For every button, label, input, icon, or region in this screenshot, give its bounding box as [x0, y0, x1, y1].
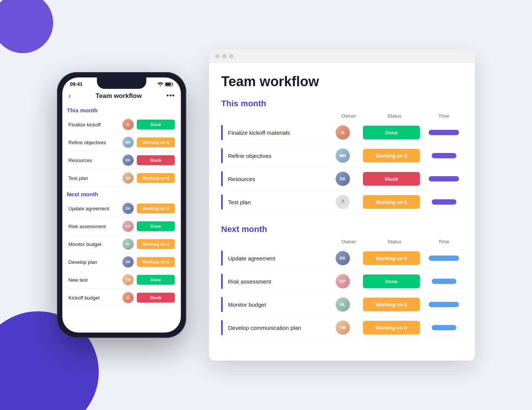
main-container: 09:41	[0, 0, 532, 410]
svg-rect-3	[166, 83, 171, 85]
row-label: Resources	[228, 176, 255, 182]
col-time-header-2: Time	[425, 239, 463, 244]
phone-row-label: Monitor budget	[68, 241, 119, 247]
row-label: Risk assessment	[228, 278, 271, 285]
row-label-wrap: Risk assessment	[221, 274, 325, 289]
row-label-wrap: Refine objectives	[221, 148, 325, 163]
col-owner-header: Owner	[334, 113, 364, 119]
time-bar	[432, 325, 456, 330]
time-bar	[429, 302, 459, 307]
desktop-this-month-title: This month	[221, 99, 463, 109]
desktop-table-header-2: Owner Status Time	[221, 239, 463, 247]
phone-screen: 09:41	[62, 77, 181, 333]
avatar: MR	[336, 148, 350, 163]
row-label-wrap: Resources	[221, 171, 325, 186]
avatar: MR	[122, 137, 134, 148]
desktop-next-month-row-4: Develop communication plan TM Working on…	[221, 316, 463, 339]
phone-next-month-row-4: Develop plan DK Working on it	[67, 253, 176, 271]
phone-header: ‹ Team workflow •••	[62, 88, 181, 104]
battery-icon	[165, 82, 173, 87]
titlebar-dot-1	[215, 54, 220, 58]
phone-next-month-row-6: Kickoff budget JL Stuck	[67, 289, 176, 307]
desktop-next-month-row-3: Monitor budget NL Working on it	[221, 293, 463, 316]
phone-next-month-row-5: New test TM Done	[67, 271, 176, 289]
time-bar	[429, 130, 459, 135]
row-label-wrap: Finalize kickoff materials	[221, 125, 325, 140]
desktop-next-month-row-2: Risk assessment KP Done	[221, 270, 463, 293]
desktop-this-month-table: Owner Status Time Finalize kickoff mater…	[221, 113, 463, 214]
status-badge-working: Working on it	[363, 298, 420, 311]
phone-row-label: Risk assessment	[68, 224, 119, 229]
row-indicator	[221, 297, 223, 312]
phone-this-month-row-1: Finalize kickoff JL Done	[67, 116, 176, 134]
phone-this-month-row-3: Resources DK Stuck	[67, 151, 176, 169]
row-label: Refine objectives	[228, 153, 271, 159]
desktop-next-month-table: Owner Status Time Update agreement DK Wo…	[221, 239, 463, 339]
desktop-wrapper: Team workflow This month Owner Status Ti…	[209, 49, 475, 361]
phone-this-month-row-2: Refine objectives MR Working on it	[67, 134, 176, 151]
status-badge-working: Working on it	[137, 137, 175, 147]
menu-dots-button[interactable]: •••	[166, 92, 175, 100]
phone-title: Team workflow	[96, 92, 142, 100]
avatar: TM	[336, 320, 350, 335]
phone-row-label: Finalize kickoff	[68, 122, 119, 128]
col-time-header: Time	[425, 113, 463, 119]
svg-point-4	[342, 199, 344, 202]
status-badge-done: Done	[137, 275, 175, 285]
col-status-header-2: Status	[364, 239, 425, 244]
phone-next-month-row-2: Risk assessment KP Done	[67, 218, 176, 235]
row-label: Finalize kickoff materials	[228, 129, 290, 136]
phone-frame: 09:41	[57, 72, 186, 338]
row-indicator	[221, 274, 223, 289]
avatar: KP	[336, 274, 350, 289]
phone-content: This month Finalize kickoff JL Done Refi…	[62, 104, 181, 307]
time-bar	[432, 153, 456, 158]
row-label-wrap: Monitor budget	[221, 297, 325, 312]
status-badge-working: Working on it	[363, 195, 420, 209]
row-indicator	[221, 125, 223, 140]
desktop-this-month-row-4: Test plan Working on it	[221, 191, 463, 214]
desktop-this-month-row-3: Resources DK Stuck	[221, 167, 463, 191]
back-button[interactable]: ‹	[68, 91, 71, 100]
status-badge-done: Done	[137, 120, 175, 129]
phone-next-month-row-1: Update agreement DK Working on it	[67, 200, 176, 218]
phone-row-label: Test plan	[68, 175, 119, 181]
desktop-next-month-title: Next month	[221, 224, 463, 234]
avatar: DK	[122, 155, 134, 166]
row-label-wrap: Update agreement	[221, 251, 325, 266]
col-task-header	[221, 113, 334, 119]
desktop-table-header: Owner Status Time	[221, 113, 463, 121]
avatar: JL	[122, 119, 134, 130]
row-label: Develop communication plan	[228, 325, 301, 331]
row-label: Update agreement	[228, 255, 275, 262]
avatar: JL	[336, 125, 350, 140]
avatar: DK	[336, 172, 350, 186]
desktop-titlebar	[209, 49, 475, 63]
row-indicator	[221, 194, 223, 210]
time-bar	[429, 176, 459, 181]
row-indicator	[221, 251, 223, 266]
desktop-page-title: Team workflow	[221, 74, 463, 90]
titlebar-dot-3	[229, 54, 233, 58]
status-badge-done: Done	[363, 274, 420, 288]
avatar: SB	[122, 172, 134, 184]
svg-rect-2	[173, 84, 173, 85]
avatar: KP	[122, 221, 134, 232]
time-bar	[432, 199, 456, 205]
avatar: DK	[122, 203, 134, 214]
phone-time: 09:41	[70, 81, 82, 87]
svg-point-0	[160, 85, 161, 86]
status-badge-working: Working on it	[137, 257, 175, 267]
time-bar	[432, 279, 456, 284]
avatar: DK	[336, 251, 350, 265]
col-task-header-2	[221, 239, 334, 244]
row-label: Monitor budget	[228, 301, 266, 308]
avatar	[336, 195, 350, 209]
phone-row-label: New test	[68, 277, 119, 283]
status-badge-done: Done	[363, 126, 420, 139]
row-indicator	[221, 171, 223, 186]
row-indicator	[221, 320, 223, 335]
titlebar-dot-2	[222, 54, 226, 58]
phone-this-month-row-4: Test plan SB Working on it	[67, 169, 176, 187]
status-badge-working: Working on it	[137, 239, 175, 249]
